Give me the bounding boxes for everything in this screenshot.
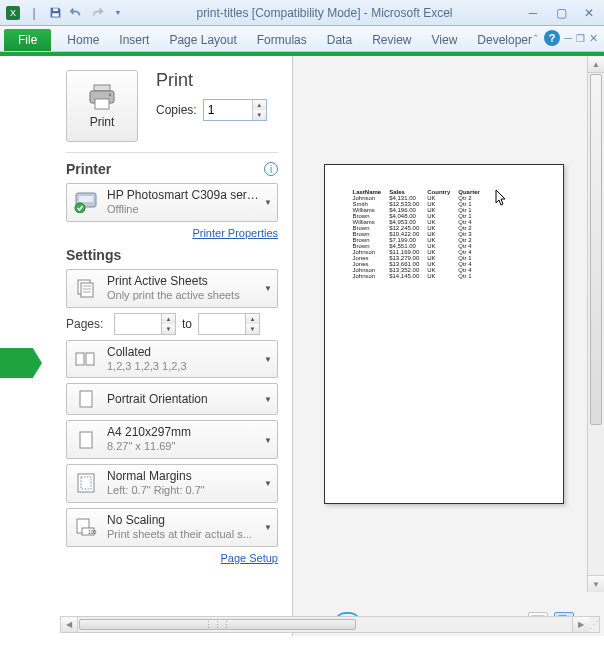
collation-dropdown[interactable]: Collated 1,2,3 1,2,3 1,2,3 ▼ — [66, 340, 278, 379]
save-icon[interactable] — [46, 4, 64, 22]
tab-formulas[interactable]: Formulas — [247, 29, 317, 51]
printer-icon — [86, 83, 118, 111]
chevron-down-icon: ▼ — [264, 523, 272, 532]
sheets-icon — [73, 275, 99, 301]
svg-rect-18 — [80, 391, 92, 407]
printer-status: Offline — [107, 203, 259, 217]
tab-page-layout[interactable]: Page Layout — [159, 29, 246, 51]
doc-minimize-icon[interactable]: ─ — [564, 32, 572, 44]
print-preview-panel: LastNameSalesCountryQuarterJohnson$4,131… — [292, 56, 604, 636]
excel-icon: X — [4, 4, 22, 22]
orientation-dropdown[interactable]: Portrait Orientation ▼ — [66, 383, 278, 415]
margins-dropdown[interactable]: Normal Margins Left: 0.7" Right: 0.7" ▼ — [66, 464, 278, 503]
svg-rect-4 — [94, 85, 110, 91]
svg-text:100: 100 — [88, 529, 97, 535]
preview-vertical-scrollbar[interactable]: ▲ ▼ — [587, 56, 604, 592]
pages-to-input[interactable] — [199, 314, 245, 334]
printer-dropdown[interactable]: HP Photosmart C309a serie... Offline ▼ — [66, 183, 278, 222]
chevron-down-icon: ▼ — [264, 198, 272, 207]
tab-home[interactable]: Home — [57, 29, 109, 51]
print-button-label: Print — [90, 115, 115, 129]
tab-review[interactable]: Review — [362, 29, 421, 51]
copies-stepper[interactable]: ▲▼ — [203, 99, 267, 121]
scroll-thumb[interactable]: ⋮⋮⋮ — [79, 619, 356, 630]
qat-divider: | — [25, 4, 43, 22]
printer-name: HP Photosmart C309a serie... — [107, 188, 259, 203]
svg-rect-17 — [86, 353, 94, 365]
ribbon-tabs: File Home Insert Page Layout Formulas Da… — [0, 26, 604, 52]
scroll-thumb[interactable] — [590, 74, 602, 425]
printer-section-label: Printeri — [66, 161, 278, 177]
paper-size-dropdown[interactable]: A4 210x297mm 8.27" x 11.69" ▼ — [66, 420, 278, 459]
chevron-down-icon: ▼ — [264, 479, 272, 488]
svg-rect-19 — [80, 432, 92, 448]
svg-rect-12 — [81, 283, 93, 297]
pages-label: Pages: — [66, 317, 108, 331]
print-title: Print — [156, 70, 267, 91]
maximize-icon[interactable]: ▢ — [550, 6, 572, 20]
ribbon-collapse-icon[interactable]: ⌃ — [532, 33, 540, 43]
svg-rect-3 — [53, 8, 58, 10]
svg-point-10 — [75, 203, 85, 213]
scroll-down-icon[interactable]: ▼ — [588, 575, 604, 592]
resize-grip-icon[interactable]: ⋰ — [589, 617, 599, 632]
scaling-dropdown[interactable]: 100 No Scaling Print sheets at their act… — [66, 508, 278, 547]
chevron-down-icon: ▼ — [264, 284, 272, 293]
svg-rect-16 — [76, 353, 84, 365]
chevron-down-icon: ▼ — [264, 395, 272, 404]
doc-restore-icon[interactable]: ❐ — [576, 33, 585, 44]
tab-data[interactable]: Data — [317, 29, 362, 51]
printer-properties-link[interactable]: Printer Properties — [66, 227, 278, 239]
info-icon[interactable]: i — [264, 162, 278, 176]
print-settings-panel: Print Print Copies: ▲▼ Printeri HP Ph — [0, 56, 292, 636]
copies-input[interactable] — [204, 100, 252, 120]
print-button[interactable]: Print — [66, 70, 138, 142]
margins-icon — [73, 470, 99, 496]
doc-close-icon[interactable]: ✕ — [589, 32, 598, 45]
collated-icon — [73, 346, 99, 372]
preview-page: LastNameSalesCountryQuarterJohnson$4,131… — [324, 164, 564, 504]
title-bar: X | ▼ print-titles [Compatibility Mode] … — [0, 0, 604, 26]
copies-label: Copies: — [156, 103, 197, 117]
cursor-icon — [495, 189, 511, 207]
scroll-up-icon[interactable]: ▲ — [588, 56, 604, 73]
svg-point-7 — [109, 94, 112, 97]
qat-dropdown-icon[interactable]: ▼ — [109, 4, 127, 22]
svg-rect-6 — [95, 99, 109, 109]
horizontal-scrollbar[interactable]: ◀ ⋮⋮⋮ ▶ ⋰ — [60, 616, 600, 633]
tab-insert[interactable]: Insert — [109, 29, 159, 51]
help-icon[interactable]: ? — [544, 30, 560, 46]
svg-rect-2 — [52, 13, 59, 16]
print-what-dropdown[interactable]: Print Active Sheets Only print the activ… — [66, 269, 278, 308]
copies-down-icon[interactable]: ▼ — [253, 110, 266, 120]
svg-text:X: X — [10, 8, 16, 18]
pages-from-input[interactable] — [115, 314, 161, 334]
close-icon[interactable]: ✕ — [578, 6, 600, 20]
pages-from-stepper[interactable]: ▲▼ — [114, 313, 176, 335]
chevron-down-icon: ▼ — [264, 435, 272, 444]
chevron-down-icon: ▼ — [264, 354, 272, 363]
settings-section-label: Settings — [66, 247, 278, 263]
scroll-right-icon[interactable]: ▶ — [572, 617, 589, 632]
minimize-icon[interactable]: ─ — [522, 6, 544, 20]
undo-icon[interactable] — [67, 4, 85, 22]
tab-file[interactable]: File — [4, 29, 51, 51]
tab-developer[interactable]: Developer — [467, 29, 542, 51]
redo-icon[interactable] — [88, 4, 106, 22]
paper-icon — [73, 427, 99, 453]
pages-to-stepper[interactable]: ▲▼ — [198, 313, 260, 335]
portrait-icon — [73, 386, 99, 412]
printer-device-icon — [73, 189, 99, 215]
scaling-icon: 100 — [73, 514, 99, 540]
scroll-left-icon[interactable]: ◀ — [61, 617, 78, 632]
tab-view[interactable]: View — [422, 29, 468, 51]
page-setup-link[interactable]: Page Setup — [66, 552, 278, 564]
window-title: print-titles [Compatibility Mode] - Micr… — [129, 6, 520, 20]
svg-rect-9 — [79, 196, 93, 202]
pages-to-label: to — [182, 317, 192, 331]
table-row: Johnson$14,145.00UKQtr 1 — [349, 273, 484, 279]
copies-up-icon[interactable]: ▲ — [253, 100, 266, 110]
